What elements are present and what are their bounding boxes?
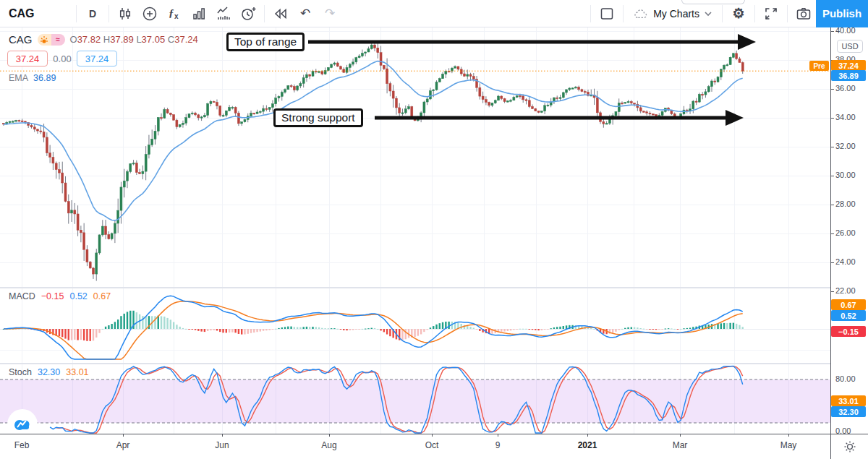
toolbar-separator (109, 5, 109, 22)
axis-tick (831, 147, 834, 147)
axis-tick (831, 176, 834, 176)
ema-legend[interactable]: EMA 36.89 (9, 73, 56, 83)
time-axis-label: Mar (658, 440, 702, 450)
toolbar-separator (754, 5, 755, 22)
indicators-fx-icon[interactable]: ƒ x (162, 3, 187, 25)
price-axis-label: 22.00 (835, 286, 856, 295)
stoch-legend-title: Stoch (9, 367, 32, 377)
pane-divider-stoch[interactable] (0, 363, 868, 364)
buy-button[interactable]: 37.24 (77, 51, 117, 67)
macd-hist-value: −0.15 (41, 291, 64, 301)
price-legend: CAG ≈ O37.82 H37.89 L37.05 C37.24 (9, 33, 198, 46)
stoch-k-value: 32.30 (38, 367, 60, 377)
stoch-d-tag: 33.01 (831, 395, 866, 406)
svg-text:x: x (174, 12, 179, 20)
axis-tick (831, 262, 834, 263)
stoch-k-tag: 32.30 (831, 406, 866, 417)
legend-symbol[interactable]: CAG (9, 33, 33, 46)
time-axis-label: Oct (410, 440, 454, 450)
alert-clock-icon[interactable] (236, 3, 260, 25)
toolbar-collapse-handle[interactable] (681, 0, 745, 4)
currency-badge[interactable]: USD (837, 40, 863, 53)
time-axis-label: Jun (200, 440, 244, 450)
price-axis-border (830, 27, 831, 459)
premarket-sun-icon (38, 34, 51, 46)
my-charts-cloud-icon (633, 7, 649, 21)
fullscreen-icon[interactable] (759, 3, 783, 25)
toolbar-separator (722, 5, 723, 22)
stoch-d-value: 33.01 (66, 367, 88, 377)
tradingview-logo[interactable] (7, 409, 38, 439)
axis-tick (831, 118, 834, 119)
time-axis-label: Apr (101, 440, 145, 450)
macd-legend[interactable]: MACD −0.15 0.52 0.67 (9, 291, 111, 301)
settings-gear-icon[interactable]: ⚙ (726, 3, 751, 25)
layout-grid-icon[interactable] (595, 3, 619, 25)
chart-canvas[interactable] (0, 27, 830, 434)
replay-rewind-icon[interactable] (268, 3, 293, 25)
interval-button[interactable]: D (80, 3, 105, 25)
stoch-legend[interactable]: Stoch 32.30 33.01 (9, 367, 89, 377)
time-axis-label: 2021 (566, 440, 609, 450)
time-axis-border (0, 434, 868, 434)
pane-divider-macd[interactable] (0, 287, 868, 288)
sun-session-icon (843, 440, 856, 453)
price-axis-label: 32.00 (835, 142, 856, 150)
price-axis-label: 30.00 (835, 171, 856, 179)
ema-legend-value: 36.89 (33, 73, 56, 83)
price-axis-label: 24.00 (835, 257, 856, 266)
time-axis-label: Feb (0, 440, 43, 450)
time-axis-settings[interactable] (831, 434, 868, 459)
axis-tick (831, 31, 834, 32)
macd-hist-tag: −0.15 (831, 326, 866, 337)
axis-tick (831, 89, 834, 90)
annotation-box[interactable]: Top of range (226, 33, 305, 51)
redo-icon[interactable]: ↷ (318, 3, 342, 25)
annotation-box[interactable]: Strong support (273, 108, 363, 127)
time-axis-label: 9 (476, 440, 519, 450)
toolbar-separator (623, 5, 624, 22)
publish-button[interactable]: Publish (816, 0, 868, 27)
camera-snapshot-icon[interactable] (791, 3, 816, 25)
toolbar-separator (264, 5, 265, 22)
ema-legend-label: EMA (9, 73, 28, 83)
macd-line-tag: 0.52 (831, 310, 866, 321)
delayed-data-icon: ≈ (51, 34, 65, 46)
ema-price-tag: 36.89 (831, 70, 866, 81)
time-axis-label: Aug (307, 440, 351, 450)
price-axis-label: 34.00 (835, 113, 856, 121)
toolbar-separator (590, 5, 591, 22)
toolbar-separator (787, 5, 788, 22)
market-status-pill[interactable]: ≈ (38, 34, 65, 46)
trade-buttons: 37.24 0.00 37.24 (7, 51, 117, 67)
macd-signal-tag: 0.67 (831, 299, 866, 310)
time-axis[interactable]: FebAprJunAugOct92021MarMay (0, 434, 868, 459)
macd-signal-value: 0.67 (93, 291, 111, 301)
spread-label: 0.00 (48, 53, 77, 64)
macd-line-value: 0.52 (69, 291, 87, 301)
stoch-axis-label: 80.00 (835, 374, 856, 383)
axis-tick (831, 291, 834, 292)
price-axis-label: 36.00 (835, 84, 856, 93)
pre-price-tag: 37.24 (831, 60, 866, 71)
forecast-wave-icon[interactable] (211, 3, 236, 25)
axis-tick (831, 205, 834, 205)
trading-chart-app: CAG D ƒ x (0, 0, 868, 459)
candlestick-chart-icon[interactable] (113, 3, 137, 25)
logo-cloud-icon (13, 416, 32, 433)
compare-add-icon[interactable] (137, 3, 162, 25)
symbol-button[interactable]: CAG (9, 7, 72, 20)
my-charts-label: My Charts (653, 8, 699, 20)
price-axis[interactable]: 40.0038.0036.0034.0032.0030.0028.0026.00… (831, 27, 868, 434)
chevron-down-icon (704, 9, 712, 18)
axis-tick (831, 233, 834, 234)
toolbar-separator (76, 5, 77, 22)
indicator-columns-icon[interactable] (187, 3, 211, 25)
sell-button[interactable]: 37.24 (7, 51, 48, 67)
pre-market-chip: Pre (809, 61, 829, 71)
my-charts-button[interactable]: My Charts (627, 7, 718, 21)
macd-legend-title: MACD (9, 291, 35, 301)
undo-icon[interactable]: ↶ (293, 3, 318, 25)
price-axis-label: 26.00 (835, 228, 856, 237)
time-axis-label: May (767, 440, 810, 450)
